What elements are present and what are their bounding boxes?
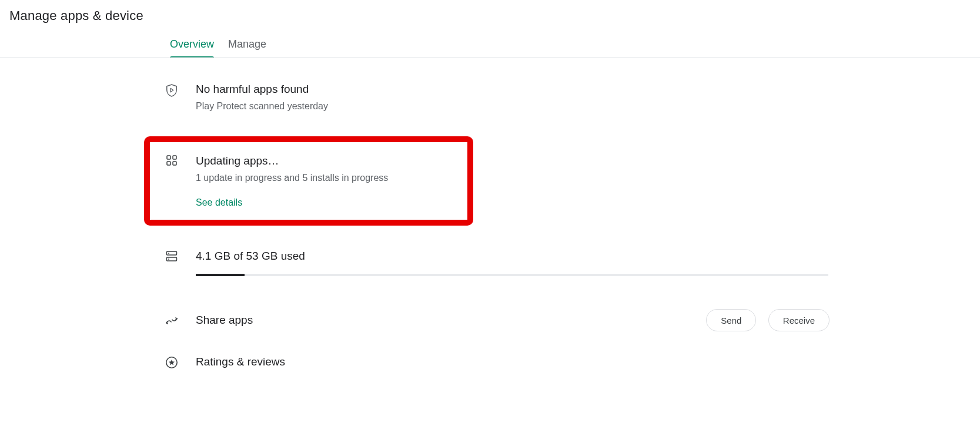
play-protect-title: No harmful apps found <box>196 82 830 96</box>
play-protect-row[interactable]: No harmful apps found Play Protect scann… <box>165 82 830 113</box>
updates-highlight-box: Updating apps… 1 update in progress and … <box>144 136 473 226</box>
storage-title: 4.1 GB of 53 GB used <box>196 249 830 263</box>
share-apps-row: Share apps Send Receive <box>165 309 830 331</box>
tab-overview[interactable]: Overview <box>170 35 214 58</box>
play-protect-subtitle: Play Protect scanned yesterday <box>196 100 830 113</box>
shield-play-icon <box>165 83 178 98</box>
see-details-link[interactable]: See details <box>196 197 451 208</box>
storage-bar <box>196 274 828 276</box>
svg-rect-0 <box>167 156 170 159</box>
share-icon <box>165 315 178 326</box>
content: No harmful apps found Play Protect scann… <box>165 82 830 369</box>
ratings-reviews-row[interactable]: Ratings & reviews <box>165 355 830 369</box>
tabs: Overview Manage <box>170 34 266 58</box>
receive-button[interactable]: Receive <box>768 309 830 331</box>
svg-point-7 <box>168 259 169 260</box>
storage-row[interactable]: 4.1 GB of 53 GB used <box>165 249 830 276</box>
star-circle-icon <box>165 356 178 369</box>
svg-rect-2 <box>167 162 170 165</box>
updates-title: Updating apps… <box>196 154 451 168</box>
page-title: Manage apps & device <box>9 8 143 24</box>
updates-row[interactable]: Updating apps… 1 update in progress and … <box>150 154 451 208</box>
share-apps-title: Share apps <box>196 314 253 327</box>
storage-fill <box>196 274 245 276</box>
svg-rect-1 <box>173 156 176 159</box>
tab-manage[interactable]: Manage <box>228 35 266 58</box>
send-button[interactable]: Send <box>706 309 756 331</box>
svg-point-6 <box>168 253 169 254</box>
ratings-reviews-title: Ratings & reviews <box>196 355 285 368</box>
tabs-divider <box>0 57 980 58</box>
apps-grid-icon <box>165 155 178 166</box>
updates-subtitle: 1 update in progress and 5 installs in p… <box>196 172 451 184</box>
storage-icon <box>165 250 178 262</box>
svg-rect-3 <box>173 162 176 165</box>
